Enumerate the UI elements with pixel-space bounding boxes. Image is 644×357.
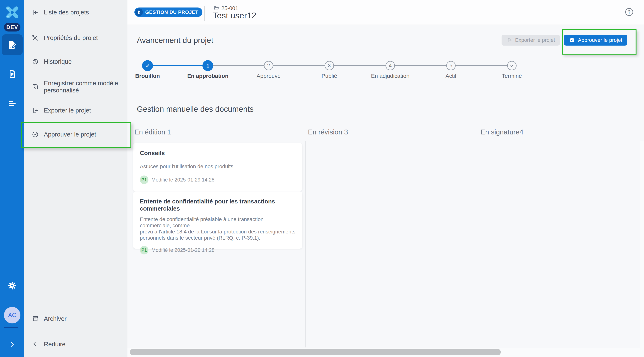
sidebar-item-label: Historique	[44, 58, 72, 65]
export-document-icon	[506, 37, 512, 43]
sidebar-item-approuver-le-projet[interactable]: Approuver le projet	[24, 127, 128, 142]
export-document-icon	[32, 107, 39, 114]
sidebar-item-reduire[interactable]: Réduire	[24, 337, 128, 352]
export-project-label: Exporter le projet	[515, 37, 555, 43]
chevron-right-icon	[8, 340, 16, 348]
sidebar-item-enregistrer-modele[interactable]: Enregistrer comme modèle personnalisé	[24, 79, 128, 95]
stepper-track-done	[148, 65, 208, 66]
badge-check-filled-icon	[569, 37, 575, 43]
card-title: Entente de confidentialité pour les tran…	[140, 198, 296, 212]
step-label-termine: Terminé	[486, 73, 538, 79]
archive-box-icon	[32, 315, 39, 322]
column-header-en-edition: En édition 1	[134, 128, 171, 136]
step-marker-approuve[interactable]: 2	[264, 61, 273, 70]
badge-document-pencil-icon	[135, 9, 143, 16]
step-marker-en-approbation[interactable]: 1	[202, 60, 213, 71]
sidebar-item-label: Approuver le projet	[44, 131, 96, 138]
document-pencil-icon	[7, 39, 18, 50]
project-sidebar: Liste des projets Propriétés du projet H…	[24, 0, 128, 357]
rail-item-documents[interactable]	[0, 69, 24, 79]
document-card-conseils[interactable]: Conseils Astuces pour l'utilisation de n…	[133, 143, 302, 191]
section-divider	[128, 94, 644, 94]
step-label-approuve: Approuvé	[242, 73, 295, 79]
sidebar-item-label: Enregistrer comme modèle personnalisé	[44, 80, 122, 94]
card-modified-timestamp: Modifié le 2025-01-29 14:28	[152, 177, 214, 183]
step-marker-en-adjudication[interactable]: 4	[386, 61, 395, 70]
sidebar-item-label: Liste des projets	[44, 9, 89, 16]
header-divider	[204, 6, 205, 21]
export-project-button[interactable]: Exporter le projet	[502, 35, 560, 46]
horizontal-scrollbar-thumb[interactable]	[130, 349, 501, 355]
sidebar-item-label: Réduire	[44, 341, 66, 348]
history-clock-icon	[32, 58, 39, 66]
column-divider	[305, 141, 306, 347]
card-title: Conseils	[140, 149, 296, 157]
avatar: P1	[140, 246, 148, 254]
menu-lines-icon	[8, 99, 17, 108]
card-description: Astuces pour l'utilisation de nos produi…	[140, 163, 296, 170]
sidebar-item-liste-des-projets[interactable]: Liste des projets	[24, 5, 128, 20]
step-label-en-adjudication: En adjudication	[364, 73, 416, 79]
env-badge: DEV	[4, 23, 20, 32]
rail-item-list[interactable]	[0, 99, 24, 108]
step-label-brouillon: Brouillon	[121, 73, 174, 79]
sidebar-divider-bottom	[32, 331, 121, 331]
expand-rail-button[interactable]	[0, 340, 24, 348]
step-marker-termine[interactable]	[507, 61, 516, 70]
board-section-title: Gestion manuelle des documents	[137, 105, 254, 114]
card-modified-timestamp: Modifié le 2025-01-29 14:28	[152, 247, 214, 253]
column-header-en-signature: En signature4	[480, 128, 523, 136]
context-badge-label: GESTION DU PROJET	[145, 9, 198, 15]
sidebar-divider-top	[24, 25, 128, 25]
sidebar-item-label: Archiver	[44, 315, 66, 322]
sidebar-item-historique[interactable]: Historique	[24, 54, 128, 69]
card-footer: P1 Modifié le 2025-01-29 14:28	[140, 246, 296, 254]
document-card-entente[interactable]: Entente de confidentialité pour les tran…	[133, 191, 302, 249]
approve-project-button[interactable]: Approuver le projet	[564, 35, 627, 46]
progress-section-title: Avancement du projet	[137, 36, 213, 45]
step-label-publie: Publié	[303, 73, 356, 79]
step-marker-brouillon[interactable]	[142, 60, 153, 71]
step-label-actif: Actif	[425, 73, 477, 79]
sidebar-item-proprietes-du-projet[interactable]: Propriétés du projet	[24, 30, 128, 45]
rail-item-project-edit-active[interactable]	[2, 34, 23, 55]
sidebar-item-archiver[interactable]: Archiver	[24, 311, 128, 326]
tools-icon	[32, 34, 39, 42]
column-header-en-revision: En révision 3	[308, 128, 348, 136]
page-title: Test user12	[213, 11, 256, 21]
sidebar-item-exporter-le-projet[interactable]: Exporter le projet	[24, 103, 128, 118]
badge-check-icon	[32, 131, 39, 138]
app-rail: DEV	[0, 0, 24, 357]
card-footer: P1 Modifié le 2025-01-29 14:28	[140, 176, 296, 184]
user-avatar[interactable]: AC	[4, 307, 20, 323]
step-marker-actif[interactable]: 5	[446, 61, 456, 70]
avatar: P1	[140, 176, 148, 184]
app-logo-icon[interactable]	[0, 4, 24, 21]
column-divider	[480, 141, 480, 347]
document-lines-icon	[7, 69, 17, 79]
settings-gear-icon[interactable]	[0, 281, 24, 290]
card-description: Entente de confidentialité préalable à u…	[140, 216, 296, 241]
help-button[interactable]: ?	[625, 8, 633, 16]
approve-project-label: Approuver le projet	[578, 37, 622, 43]
save-icon	[32, 83, 39, 91]
collapse-left-icon	[32, 9, 39, 16]
folder-icon	[213, 5, 219, 11]
chevron-left-icon	[32, 340, 39, 348]
sidebar-item-label: Propriétés du projet	[44, 34, 98, 42]
context-badge: GESTION DU PROJET	[134, 8, 202, 17]
rail-divider	[4, 327, 18, 328]
sidebar-item-label: Exporter le projet	[44, 107, 91, 114]
board-right-edge	[640, 141, 644, 348]
step-marker-publie[interactable]: 3	[324, 61, 334, 70]
progress-actions: Exporter le projet Approuver le projet	[502, 35, 627, 46]
step-label-en-approbation: En approbation	[182, 73, 234, 79]
page-header	[128, 0, 644, 25]
